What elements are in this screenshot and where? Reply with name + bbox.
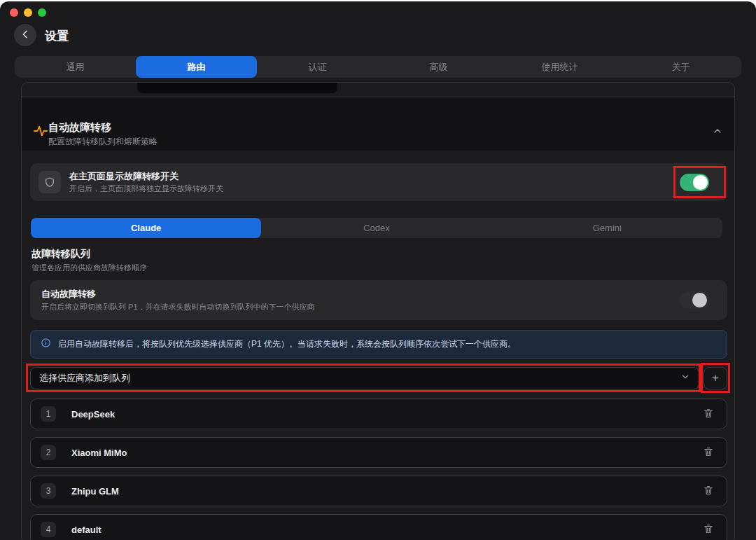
tab-about[interactable]: 关于 <box>620 56 741 78</box>
provider-select-placeholder: 选择供应商添加到队列 <box>39 372 130 385</box>
section-title: 自动故障转移 <box>48 121 111 134</box>
priority-badge: 4 <box>41 522 56 537</box>
main-switch-card: 在主页面显示故障转移开关 开启后，主页面顶部将独立显示故障转移开关 <box>30 163 727 201</box>
queue-section-subtitle: 管理各应用的供应商故障转移顺序 <box>31 263 147 273</box>
delete-queue-item-button[interactable] <box>700 444 717 461</box>
toggle-knob <box>693 175 708 190</box>
provider-name: default <box>71 525 685 535</box>
delete-queue-item-button[interactable] <box>700 521 717 538</box>
provider-name: DeepSeek <box>71 409 685 420</box>
queue-item: 4 default <box>30 514 727 540</box>
provider-name: Zhipu GLM <box>71 486 685 497</box>
trash-icon <box>703 523 714 536</box>
trash-icon <box>703 485 714 498</box>
queue-item: 2 Xiaomi MiMo <box>30 437 727 468</box>
provider-select-dropdown[interactable]: 选择供应商添加到队列 <box>30 367 699 389</box>
segment-gemini[interactable]: Gemini <box>492 218 722 238</box>
close-window-button[interactable] <box>10 8 18 17</box>
tab-auth[interactable]: 认证 <box>257 56 378 78</box>
queue-item: 1 DeepSeek <box>30 399 727 429</box>
trash-icon <box>703 408 714 421</box>
shield-icon <box>38 171 61 193</box>
priority-badge: 2 <box>41 445 56 460</box>
queue-section-title: 故障转移队列 <box>31 248 90 261</box>
main-switch-toggle[interactable] <box>680 174 709 191</box>
settings-tabbar: 通用 路由 认证 高级 使用统计 关于 <box>15 56 741 78</box>
activity-pulse-icon <box>33 123 48 141</box>
scrolled-content-remnant <box>137 83 337 93</box>
tab-general[interactable]: 通用 <box>15 56 136 78</box>
section-subtitle: 配置故障转移队列和熔断策略 <box>48 136 158 148</box>
delete-queue-item-button[interactable] <box>700 406 717 422</box>
toggle-knob <box>692 293 707 307</box>
auto-failover-toggle[interactable] <box>680 291 709 309</box>
routing-settings-panel: 自动故障转移 配置故障转移队列和熔断策略 在主页面显示故障转移开关 开启后，主页… <box>21 82 735 540</box>
tab-routing[interactable]: 路由 <box>136 56 257 78</box>
page-title: 设置 <box>45 28 69 44</box>
zoom-window-button[interactable] <box>38 8 46 17</box>
info-banner-text: 启用自动故障转移后，将按队列优先级选择供应商（P1 优先）。当请求失败时，系统会… <box>58 338 516 350</box>
trash-icon <box>703 446 714 459</box>
back-arrow-icon <box>20 29 31 42</box>
auto-failover-card: 自动故障转移 开启后将立即切换到队列 P1，并在请求失败时自动切换到队列中的下一… <box>30 280 727 320</box>
info-banner: 启用自动故障转移后，将按队列优先级选择供应商（P1 优先）。当请求失败时，系统会… <box>30 330 727 359</box>
minimize-window-button[interactable] <box>24 8 32 17</box>
info-icon <box>41 338 51 351</box>
auto-failover-subtitle: 开启后将立即切换到队列 P1，并在请求失败时自动切换到队列中的下一个供应商 <box>41 302 315 312</box>
tab-advanced[interactable]: 高级 <box>378 56 499 78</box>
settings-window: 设置 通用 路由 认证 高级 使用统计 关于 自动故障转移 配置故障转移队列和熔… <box>0 1 756 540</box>
window-controls <box>10 8 46 17</box>
app-segmented-control: Claude Codex Gemini <box>31 218 722 238</box>
main-switch-title: 在主页面显示故障转移开关 <box>69 170 178 183</box>
provider-name: Xiaomi MiMo <box>71 448 685 458</box>
delete-queue-item-button[interactable] <box>700 483 717 499</box>
auto-failover-title: 自动故障转移 <box>41 288 96 300</box>
collapse-section-button[interactable] <box>709 123 726 140</box>
back-button[interactable] <box>14 24 36 46</box>
priority-badge: 3 <box>41 483 56 499</box>
priority-badge: 1 <box>41 406 56 422</box>
main-switch-subtitle: 开启后，主页面顶部将独立显示故障转移开关 <box>69 184 223 194</box>
chevron-up-icon <box>712 125 723 139</box>
segment-codex[interactable]: Codex <box>261 218 491 238</box>
tab-usage-stats[interactable]: 使用统计 <box>499 56 620 78</box>
segment-claude[interactable]: Claude <box>31 218 261 238</box>
chevron-down-icon <box>680 372 690 385</box>
add-to-queue-button[interactable]: + <box>704 367 727 389</box>
queue-item: 3 Zhipu GLM <box>30 476 727 506</box>
